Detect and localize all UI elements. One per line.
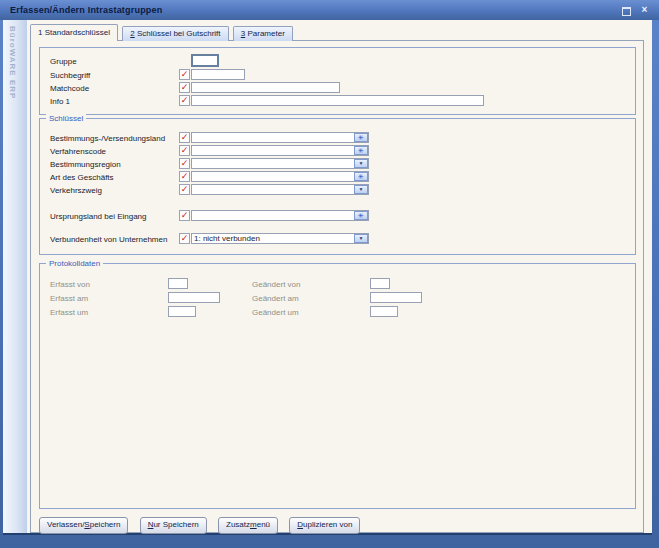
tab-label-rest: Parameter (245, 29, 285, 38)
restore-icon (622, 7, 631, 16)
bestimmungsregion-input[interactable] (191, 158, 369, 169)
close-icon: × (642, 4, 648, 15)
group-basisdaten: Gruppe Suchbegriff ✓ Matchcode ✓ Info 1 … (39, 47, 636, 115)
erfasst-um-input[interactable] (168, 306, 196, 317)
verbundenheit-dropdown-button[interactable]: ▼ (354, 234, 368, 243)
field-label-geaendert-am: Geändert am (252, 293, 299, 304)
check-icon: ✓ (180, 146, 189, 155)
duplizieren-von-button[interactable]: Duplizieren von (289, 517, 360, 534)
button-label-rest: peichern (90, 520, 121, 529)
verbundenheit-edit-check-button[interactable]: ✓ (179, 233, 190, 244)
verfahrenscode-input[interactable] (191, 145, 369, 156)
lookup-icon: ✳ (355, 173, 367, 180)
tab-label-rest: Schlüssel bei Gutschrift (135, 29, 221, 38)
brand-text: BüroWARE ERP (8, 26, 17, 99)
group-protokolldaten-title: Protokolldaten (46, 259, 103, 268)
button-label-rest: enü (257, 520, 270, 529)
check-icon: ✓ (180, 211, 189, 220)
info1-input[interactable] (191, 95, 484, 106)
zusatzmenue-button[interactable]: Zusatzmenü (218, 517, 278, 534)
check-icon: ✓ (180, 133, 189, 142)
bestimmungsland-input[interactable] (191, 132, 369, 143)
info1-edit-check-button[interactable]: ✓ (179, 95, 190, 106)
art-des-geschaefts-input[interactable] (191, 171, 369, 182)
button-mnemonic: m (250, 520, 257, 529)
bestimmungsland-lookup-button[interactable]: ✳ (354, 133, 368, 142)
group-protokolldaten: Protokolldaten Erfasst von Geändert von … (39, 263, 636, 509)
verfahrenscode-edit-check-button[interactable]: ✓ (179, 145, 190, 156)
suchbegriff-edit-check-button[interactable]: ✓ (179, 69, 190, 80)
verkehrszweig-edit-check-button[interactable]: ✓ (179, 184, 190, 195)
lookup-icon: ✳ (355, 134, 367, 141)
field-label-verbundenheit: Verbundenheit von Unternehmen (50, 234, 167, 245)
group-schluessel: Schlüssel Bestimmungs-/Versendungsland ✓… (39, 118, 636, 255)
check-icon: ✓ (180, 172, 189, 181)
art-des-geschaefts-edit-check-button[interactable]: ✓ (179, 171, 190, 182)
field-label-erfasst-um: Erfasst um (50, 307, 88, 318)
field-label-geaendert-um: Geändert um (252, 307, 299, 318)
check-icon: ✓ (180, 185, 189, 194)
field-label-erfasst-von: Erfasst von (50, 279, 90, 290)
ursprungsland-input[interactable] (191, 210, 369, 221)
group-schluessel-title: Schlüssel (46, 114, 86, 123)
bestimmungsregion-dropdown-button[interactable]: ▼ (354, 159, 368, 168)
button-label-rest: uplizieren von (303, 520, 352, 529)
field-label-verkehrszweig: Verkehrszweig (50, 185, 102, 196)
bestimmungsregion-edit-check-button[interactable]: ✓ (179, 158, 190, 169)
verfahrenscode-lookup-button[interactable]: ✳ (354, 146, 368, 155)
suchbegriff-input[interactable] (191, 69, 245, 80)
button-label-rest: ur Speichern (153, 520, 198, 529)
app-window: Erfassen/Ändern Intrastatgruppen × BüroW… (0, 0, 659, 548)
brand-sidebar: BüroWARE ERP (3, 20, 27, 535)
close-button[interactable]: × (638, 4, 651, 16)
geaendert-von-input[interactable] (370, 278, 390, 289)
check-icon: ✓ (180, 159, 189, 168)
button-label: Verlassen/ (47, 520, 84, 529)
erfasst-am-input[interactable] (168, 292, 220, 303)
field-label-matchcode: Matchcode (50, 83, 89, 94)
content-area: 1 Standardschlüssel 2 Schlüssel bei Guts… (27, 20, 652, 533)
tab-parameter[interactable]: 3 Parameter (233, 26, 293, 41)
erfasst-von-input[interactable] (168, 278, 188, 289)
verlassen-speichern-button[interactable]: Verlassen/Speichern (39, 517, 128, 534)
check-icon: ✓ (180, 83, 189, 92)
ursprungsland-edit-check-button[interactable]: ✓ (179, 210, 190, 221)
field-label-bestimmungsregion: Bestimmungsregion (50, 159, 121, 170)
field-label-suchbegriff: Suchbegriff (50, 70, 90, 81)
window-title: Erfassen/Ändern Intrastatgruppen (10, 0, 162, 20)
check-icon: ✓ (180, 234, 189, 243)
nur-speichern-button[interactable]: Nur Speichern (140, 517, 207, 534)
field-label-gruppe: Gruppe (50, 56, 77, 67)
restore-button[interactable] (620, 4, 633, 16)
verkehrszweig-dropdown-button[interactable]: ▼ (354, 185, 368, 194)
lookup-icon: ✳ (355, 147, 367, 154)
chevron-down-icon: ▼ (355, 160, 367, 167)
gruppe-input[interactable] (191, 54, 219, 67)
matchcode-input[interactable] (191, 82, 340, 93)
field-label-bestimmungsland: Bestimmungs-/Versendungsland (50, 133, 165, 144)
art-des-geschaefts-lookup-button[interactable]: ✳ (354, 172, 368, 181)
check-icon: ✓ (180, 96, 189, 105)
field-label-geaendert-von: Geändert von (252, 279, 300, 290)
titlebar: Erfassen/Ändern Intrastatgruppen × (0, 0, 659, 20)
bestimmungsland-edit-check-button[interactable]: ✓ (179, 132, 190, 143)
tab-standardschluessel[interactable]: 1 Standardschlüssel (30, 24, 118, 41)
geaendert-am-input[interactable] (370, 292, 422, 303)
field-label-erfasst-am: Erfasst am (50, 293, 88, 304)
tab-bar: 1 Standardschlüssel 2 Schlüssel bei Guts… (30, 24, 295, 40)
button-label: Zusatz (226, 520, 250, 529)
field-label-art-des-geschaefts: Art des Geschäfts (50, 172, 114, 183)
field-label-verfahrenscode: Verfahrenscode (50, 146, 106, 157)
chevron-down-icon: ▼ (355, 186, 367, 193)
field-label-info1: Info 1 (50, 96, 70, 107)
field-label-ursprungsland: Ursprungsland bei Eingang (50, 211, 147, 222)
chevron-down-icon: ▼ (355, 235, 367, 242)
geaendert-um-input[interactable] (370, 306, 398, 317)
ursprungsland-lookup-button[interactable]: ✳ (354, 211, 368, 220)
check-icon: ✓ (180, 70, 189, 79)
tab-schluessel-bei-gutschrift[interactable]: 2 Schlüssel bei Gutschrift (122, 26, 228, 41)
verkehrszweig-input[interactable] (191, 184, 369, 195)
verbundenheit-select[interactable] (191, 233, 369, 244)
tab-label: 1 Standardschlüssel (38, 28, 110, 37)
matchcode-edit-check-button[interactable]: ✓ (179, 82, 190, 93)
